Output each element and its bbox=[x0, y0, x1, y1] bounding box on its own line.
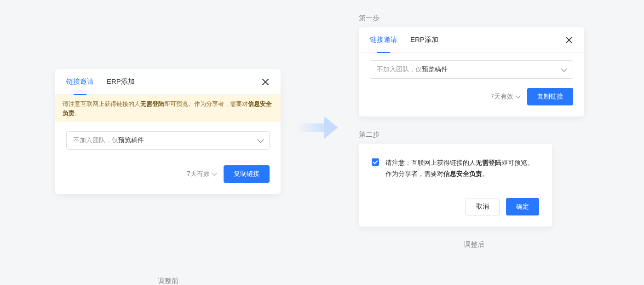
expire-label: 7天有效 bbox=[490, 93, 513, 101]
confirm-p1: 请注意：互联网上获得链接的人 bbox=[385, 159, 476, 166]
expire-label: 7天有效 bbox=[187, 170, 210, 178]
step2-label: 第二步 bbox=[359, 130, 589, 139]
select-prefix: 不加入团队，仅 bbox=[377, 65, 422, 74]
copy-link-button[interactable]: 复制链接 bbox=[527, 88, 573, 105]
tab-link-invite[interactable]: 链接邀请 bbox=[66, 69, 94, 95]
dialog-header: 链接邀请 ERP添加 bbox=[359, 27, 584, 53]
ok-button[interactable]: 确定 bbox=[506, 198, 539, 215]
arrow-icon bbox=[299, 115, 340, 138]
chevron-down-icon bbox=[212, 170, 217, 175]
step1-label: 第一步 bbox=[359, 14, 589, 23]
caption-after: 调整后 bbox=[359, 240, 589, 249]
select-bold: 预览稿件 bbox=[422, 65, 448, 74]
confirm-b1: 无需登陆 bbox=[476, 159, 501, 166]
cancel-button[interactable]: 取消 bbox=[466, 198, 500, 215]
tab-erp-add[interactable]: ERP添加 bbox=[107, 69, 135, 95]
permission-select[interactable]: 不加入团队，仅预览稿件 bbox=[66, 131, 270, 150]
chevron-down-icon bbox=[561, 65, 567, 72]
select-prefix: 不加入团队，仅 bbox=[73, 136, 118, 145]
dialog-header: 链接邀请 ERP添加 bbox=[55, 69, 281, 95]
confirm-checkbox[interactable] bbox=[372, 158, 379, 166]
tab-link-invite[interactable]: 链接邀请 bbox=[370, 27, 397, 53]
expire-select[interactable]: 7天有效 bbox=[490, 93, 520, 101]
warning-text-1: 请注意互联网上获得链接的人 bbox=[63, 100, 140, 107]
permission-select[interactable]: 不加入团队，仅预览稿件 bbox=[370, 60, 573, 79]
share-dialog-after-step1: 链接邀请 ERP添加 不加入团队，仅预览稿件 7天有效 复制链接 bbox=[359, 27, 584, 116]
copy-link-button[interactable]: 复制链接 bbox=[224, 165, 270, 183]
close-icon[interactable] bbox=[261, 78, 270, 86]
confirm-text: 请注意：互联网上获得链接的人无需登陆即可预览。 作为分享者，需要对信息安全负责。 bbox=[385, 157, 534, 180]
confirm-p3: 作为分享者，需要对 bbox=[385, 170, 443, 177]
warning-bold-1: 无需登陆 bbox=[140, 100, 164, 107]
close-icon[interactable] bbox=[565, 36, 573, 44]
warning-text-3: 。 bbox=[75, 110, 80, 116]
tab-erp-add[interactable]: ERP添加 bbox=[410, 27, 438, 53]
confirm-p2: 即可预览。 bbox=[501, 159, 534, 166]
warning-banner: 请注意互联网上获得链接的人无需登陆即可预览。作为分享者，需要对信息安全负责。 bbox=[55, 95, 281, 122]
chevron-down-icon bbox=[257, 136, 264, 143]
confirm-b2: 信息安全负责 bbox=[443, 170, 482, 177]
confirm-dialog: 请注意：互联网上获得链接的人无需登陆即可预览。 作为分享者，需要对信息安全负责。… bbox=[359, 144, 552, 227]
share-dialog-before: 链接邀请 ERP添加 请注意互联网上获得链接的人无需登陆即可预览。作为分享者，需… bbox=[55, 69, 281, 194]
confirm-p4: 。 bbox=[482, 170, 489, 177]
warning-text-2: 即可预览。作为分享者，需要对 bbox=[164, 100, 248, 107]
expire-select[interactable]: 7天有效 bbox=[187, 170, 216, 178]
caption-before: 调整前 bbox=[158, 277, 178, 285]
select-bold: 预览稿件 bbox=[118, 136, 144, 145]
chevron-down-icon bbox=[515, 93, 520, 98]
